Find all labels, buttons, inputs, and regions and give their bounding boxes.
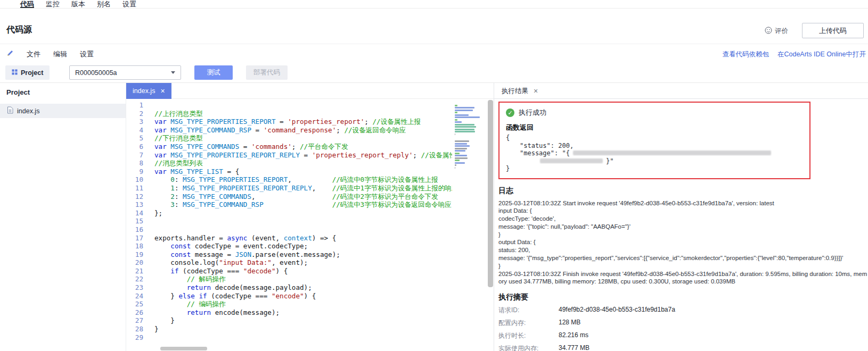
log-block: 2025-03-12T08:10:32Z Start invoke reques… [498, 199, 868, 286]
horizontal-scrollbar-thumb[interactable] [160, 347, 207, 350]
test-button[interactable]: 测试 [194, 65, 233, 80]
execution-summary: 请求ID: 49fef9b2-d038-45e0-b553-c31fe9d1ba… [498, 306, 868, 351]
project-button[interactable]: Project [5, 65, 50, 80]
vertical-scrollbar[interactable] [487, 99, 494, 351]
return-line: "message": "{ [506, 149, 803, 157]
code-line: } [154, 325, 452, 333]
minimap-line [455, 121, 462, 123]
tab-settings[interactable]: 设置 [122, 0, 136, 9]
minimap-line [455, 126, 476, 128]
vertical-scrollbar-thumb[interactable] [488, 100, 493, 287]
log-line: output Data: { [498, 238, 868, 246]
brush-icon [6, 49, 14, 59]
tab-execution-result[interactable]: 执行结果 × [494, 83, 545, 99]
line-number: 7 [126, 151, 143, 160]
result-content: ✓ 执行成功 函数返回 { "status": 200, "message": … [494, 99, 868, 351]
line-number: 10 [126, 176, 143, 184]
code-line: 2: MSG_TYPE_COMMANDS, //码流中2字节标识为平台命令下发 [154, 193, 452, 201]
line-number: 5 [126, 134, 143, 143]
summary-value: 82.216 ms [559, 331, 588, 340]
upload-code-button[interactable]: 上传代码 [802, 23, 864, 38]
grid-icon [12, 69, 18, 77]
link-open-codearts-ide[interactable]: 在CodeArts IDE Online中打开 [777, 50, 866, 59]
line-number: 13 [126, 200, 143, 209]
tab-code[interactable]: 代码 [20, 0, 34, 9]
return-line: }" [506, 157, 803, 165]
editor-tab-label: index.js [133, 87, 155, 95]
line-number: 25 [126, 300, 143, 308]
function-select[interactable]: R000050005a [69, 65, 181, 80]
code-line: exports.handler = async (event, context)… [154, 234, 452, 243]
minimap-line [455, 167, 455, 169]
close-icon[interactable]: × [534, 87, 538, 95]
line-number: 19 [126, 250, 143, 259]
log-line: message: '{"msg_type":"properties_report… [498, 254, 868, 262]
code-line: 0: MSG_TYPE_PROPERTIES_REPORT, //码流中0字节标… [154, 176, 452, 184]
line-number: 16 [126, 225, 143, 234]
line-number: 12 [126, 193, 143, 201]
minimap-line [455, 116, 480, 118]
menu-bar: 文件 编辑 设置 查看代码依赖包 在CodeArts IDE Online中打开 [0, 48, 868, 61]
minimap-line [455, 160, 460, 161]
summary-label: 配置内存: [498, 319, 559, 328]
code-line: 1: MSG_TYPE_PROPERTIES_REPORT_REPLY, //码… [154, 184, 452, 193]
execution-status-row: ✓ 执行成功 [506, 108, 803, 118]
log-line: 2025-03-12T08:10:32Z Finish invoke reque… [498, 270, 868, 286]
minimap-line [455, 133, 455, 135]
link-view-dependencies[interactable]: 查看代码依赖包 [722, 50, 769, 59]
line-number: 6 [126, 143, 143, 151]
line-number-gutter: 1234567891011121314151617181920212223242… [126, 101, 148, 341]
log-line: status: 200, [498, 246, 868, 254]
minimap-line [455, 129, 474, 130]
editor-tab-index-js[interactable]: index.js × [126, 83, 171, 99]
summary-value: 128 MB [559, 319, 580, 328]
code-line [154, 217, 452, 225]
menu-links: 查看代码依赖包 在CodeArts IDE Online中打开 [722, 50, 866, 59]
summary-row: 执行时长: 82.216 ms [498, 331, 868, 340]
line-number: 23 [126, 283, 143, 292]
document-icon [7, 106, 13, 115]
code-line: //上行消息类型 [154, 110, 452, 118]
minimap-line [455, 162, 465, 164]
line-number: 15 [126, 217, 143, 225]
line-number: 22 [126, 275, 143, 283]
code-text-area[interactable]: //上行消息类型var MSG_TYPE_PROPERTIES_REPORT =… [154, 101, 452, 341]
line-number: 4 [126, 126, 143, 135]
code-line [154, 333, 452, 342]
tab-monitor[interactable]: 监控 [46, 0, 60, 9]
close-icon[interactable]: × [160, 87, 165, 95]
code-line [154, 101, 452, 110]
rate-label: 评价 [775, 27, 788, 36]
tab-alias[interactable]: 别名 [97, 0, 111, 9]
summary-row: 请求ID: 49fef9b2-d038-45e0-b553-c31fe9d1ba… [498, 306, 868, 315]
minimap-line [455, 140, 469, 142]
execution-result-panel: 执行结果 × ✓ 执行成功 函数返回 { "status": 200, "mes… [494, 83, 868, 351]
minimap[interactable] [455, 102, 486, 172]
result-highlight-box: ✓ 执行成功 函数返回 { "status": 200, "message": … [498, 102, 810, 179]
tab-version[interactable]: 版本 [71, 0, 85, 9]
minimap-line [455, 155, 467, 156]
rate-link[interactable]: 评价 [765, 27, 788, 36]
line-number: 26 [126, 308, 143, 317]
code-line: return decode(message.payload); [154, 283, 452, 292]
summary-value: 34.777 MB [559, 344, 589, 351]
code-line: //消息类型列表 [154, 159, 452, 168]
file-tree-sidebar: Project index.js [0, 83, 126, 351]
minimap-line [455, 150, 465, 152]
menu-settings[interactable]: 设置 [80, 49, 94, 59]
minimap-line [455, 107, 474, 108]
menu-edit[interactable]: 编辑 [53, 49, 67, 59]
code-line: var MSG_TYPE_LIST = { [154, 168, 452, 176]
code-line: const codecType = event.codecType; [154, 242, 452, 250]
file-item-index-js[interactable]: index.js [0, 104, 126, 118]
minimap-line [455, 157, 468, 159]
menu-file[interactable]: 文件 [27, 49, 40, 59]
code-line: console.log("input Data:", event); [154, 258, 452, 267]
code-line: var MSG_TYPE_COMMAND_RSP = 'command_resp… [154, 126, 452, 135]
smiley-icon [765, 27, 772, 36]
page: 代码 监控 版本 别名 设置 代码源 评价 上传代码 文件 编辑 设置 查看代码… [0, 0, 868, 351]
line-number: 20 [126, 258, 143, 267]
function-return-title: 函数返回 [506, 123, 803, 132]
execution-status-text: 执行成功 [519, 108, 546, 118]
minimap-line [455, 119, 457, 121]
